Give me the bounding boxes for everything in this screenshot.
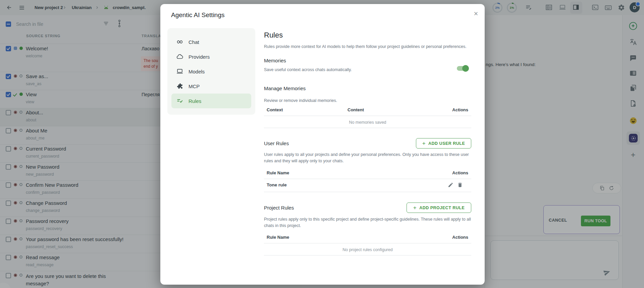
nav-item-chat[interactable]: Chat (171, 35, 251, 49)
add-user-rule-button[interactable]: + ADD USER RULE (416, 138, 471, 149)
divider (264, 243, 471, 243)
add-user-rule-label: ADD USER RULE (428, 141, 465, 146)
memories-title: Memories (264, 58, 286, 63)
nav-item-providers[interactable]: Providers (171, 49, 251, 64)
memories-col-actions: Actions (264, 107, 468, 112)
manage-memories-title: Manage Memories (264, 85, 306, 91)
user-rules-title: User Rules (264, 140, 289, 146)
agentic-ai-settings-modal: Agentic AI Settings × Chat Providers Mod… (160, 4, 485, 285)
chat-icon (177, 41, 182, 43)
nav-item-mcp[interactable]: MCP (171, 79, 251, 94)
settings-nav: Chat Providers Models MCP Rules (167, 28, 255, 115)
divider (264, 255, 471, 255)
divider (264, 192, 471, 192)
rules-heading: Rules (264, 31, 283, 40)
nav-item-label: Rules (189, 98, 201, 104)
rules-icon (176, 97, 183, 105)
plus-icon: + (413, 205, 417, 211)
manage-memories-description: Review or remove individual memories. (264, 98, 337, 104)
memories-toggle[interactable] (457, 64, 476, 72)
divider (264, 116, 471, 116)
add-project-rule-button[interactable]: + ADD PROJECT RULE (407, 203, 471, 213)
rule-name: Tone rule (267, 182, 287, 187)
app-root: New project 2 Ukrainian crowdin_sampl. 2… (0, 0, 644, 288)
memories-empty-text: No memories saved (264, 120, 471, 125)
nav-item-label: MCP (189, 83, 200, 89)
delete-rule-icon[interactable] (457, 182, 463, 188)
laptop-icon (176, 68, 183, 75)
cloud-icon (176, 53, 183, 60)
nav-item-models[interactable]: Models (171, 64, 251, 79)
divider (264, 128, 471, 128)
modal-title: Agentic AI Settings (171, 11, 225, 19)
memories-description: Save useful context across chats automat… (264, 67, 352, 73)
project-rules-description: Project rules apply only to this specifi… (264, 216, 472, 229)
nav-item-rules[interactable]: Rules (171, 94, 251, 108)
add-project-rule-label: ADD PROJECT RULE (419, 206, 465, 210)
close-icon[interactable]: × (472, 9, 480, 18)
divider (264, 179, 471, 179)
edit-rule-icon[interactable] (447, 182, 453, 188)
puzzle-icon (176, 82, 183, 90)
nav-item-label: Chat (189, 39, 199, 45)
project-rules-empty-text: No project rules configured (264, 247, 471, 252)
nav-item-label: Models (189, 69, 205, 74)
plus-icon: + (422, 140, 426, 146)
nav-item-label: Providers (189, 54, 210, 60)
rules-description: Rules provide more context for AI models… (264, 44, 467, 50)
user-rules-col-actions: Actions (264, 170, 468, 175)
project-rules-col-actions: Actions (264, 235, 468, 240)
user-rules-description: User rules apply to all your projects an… (264, 152, 472, 164)
project-rules-title: Project Rules (264, 205, 294, 211)
